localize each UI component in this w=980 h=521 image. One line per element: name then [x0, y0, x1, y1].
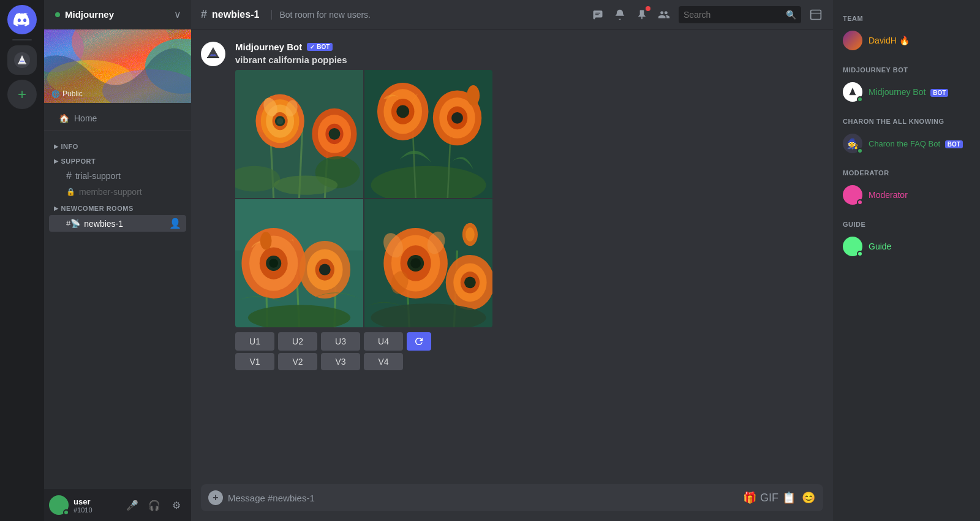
- discord-server-icon[interactable]: [7, 5, 37, 34]
- u2-button[interactable]: U2: [278, 332, 317, 351]
- server-public-label: 🌐 Public: [51, 89, 83, 98]
- guide-name: Guide: [869, 241, 891, 251]
- moderator-section-title: MODERATOR: [838, 164, 975, 179]
- svg-point-38: [396, 105, 409, 118]
- guide-member[interactable]: Guide: [838, 233, 975, 260]
- midjourney-bot-name: Midjourney Bot BOT: [869, 87, 948, 97]
- midjourney-bot-member[interactable]: Midjourney Bot BOT: [838, 78, 975, 105]
- search-bar[interactable]: 🔍: [679, 6, 801, 23]
- user-panel: user #1010 🎤 🎧 ⚙: [44, 489, 191, 521]
- channel-title: # newbies-1: [201, 8, 259, 21]
- bot-badge: ✓ BOT: [307, 43, 333, 51]
- guide-avatar: [843, 237, 862, 256]
- members-sidebar: TEAM DavidH 🔥 MIDJOURNEY BOT Midjourney …: [833, 0, 980, 521]
- server-dropdown-icon: ∨: [174, 9, 181, 20]
- deafen-button[interactable]: 🎧: [145, 495, 164, 515]
- threads-icon-button[interactable]: [590, 7, 605, 22]
- category-newcomer-rooms[interactable]: ▶ NEWCOMER ROOMS: [44, 200, 191, 215]
- team-member-davidh[interactable]: DavidH 🔥: [838, 27, 975, 54]
- channel-hash-icon: #: [66, 170, 72, 181]
- u1-button[interactable]: U1: [235, 332, 274, 351]
- channel-header: # newbies-1 Bot room for new users.: [191, 0, 833, 29]
- add-server-button[interactable]: +: [7, 80, 37, 109]
- svg-point-67: [410, 258, 421, 268]
- user-display-name: user: [74, 497, 118, 506]
- guide-section-title: GUIDE: [838, 216, 975, 230]
- image-cell-tl: [235, 70, 363, 198]
- members-icon-button[interactable]: [657, 7, 671, 22]
- image-cell-br: [364, 199, 492, 327]
- midjourney-bot-avatar: [843, 82, 862, 102]
- bot-username: Midjourney Bot: [235, 42, 302, 52]
- server-header[interactable]: Midjourney ∨: [44, 0, 191, 29]
- user-status-indicator: [63, 509, 69, 515]
- v4-button[interactable]: V4: [364, 353, 403, 370]
- category-arrow-info: ▶: [54, 143, 59, 150]
- svg-point-54: [260, 232, 272, 249]
- channel-newbies-1[interactable]: #📡 newbies-1 👤: [49, 215, 186, 232]
- channel-trial-support[interactable]: # trial-support: [49, 168, 186, 184]
- charon-bot-member[interactable]: 🧙 Charon the FAQ Bot BOT: [838, 130, 975, 157]
- svg-point-27: [329, 128, 341, 140]
- u4-button[interactable]: U4: [364, 332, 403, 351]
- search-input[interactable]: [684, 10, 782, 20]
- image-cell-bl: [235, 199, 363, 327]
- moderator-member[interactable]: Moderator: [838, 181, 975, 208]
- bot-avatar: [201, 42, 225, 66]
- message-text-input[interactable]: [228, 493, 737, 503]
- add-attachment-button[interactable]: +: [208, 490, 223, 505]
- emoji-icon-button[interactable]: 😊: [801, 490, 816, 505]
- gift-icon-button[interactable]: 🎁: [742, 490, 757, 505]
- svg-point-76: [464, 276, 476, 288]
- v1-button[interactable]: V1: [235, 353, 274, 370]
- category-support[interactable]: ▶ SUPPORT: [44, 153, 191, 167]
- bot-status-dot: [857, 96, 863, 102]
- channel-sidebar: Midjourney ∨: [44, 0, 191, 521]
- home-nav-item[interactable]: 🏠 Home: [49, 108, 186, 128]
- variation-buttons-row: V1 V2 V3 V4: [235, 353, 823, 370]
- midjourney-server-icon[interactable]: [7, 45, 37, 75]
- moderator-status-dot: [857, 199, 863, 205]
- main-chat-area: # newbies-1 Bot room for new users.: [191, 0, 833, 521]
- inbox-icon-button[interactable]: [809, 7, 823, 22]
- sticker-icon-button[interactable]: 📋: [782, 490, 796, 505]
- channel-member-support[interactable]: 🔒 member-support: [49, 184, 186, 199]
- home-icon: 🏠: [59, 113, 69, 123]
- bot-message: Midjourney Bot ✓ BOT vibrant california …: [201, 39, 823, 375]
- message-header: Midjourney Bot ✓ BOT: [235, 42, 823, 52]
- category-arrow-newcomer: ▶: [54, 205, 59, 211]
- channel-hash-symbol: #: [201, 8, 207, 21]
- upscale-buttons-row: U1 U2 U3 U4: [235, 332, 823, 351]
- server-banner: 🌐 Public: [44, 29, 191, 103]
- charon-status-dot: [857, 148, 863, 154]
- v2-button[interactable]: V2: [278, 353, 317, 370]
- search-icon: 🔍: [786, 10, 796, 20]
- message-prompt-text: vibrant california poppies: [235, 55, 823, 65]
- davidh-avatar: [843, 31, 862, 50]
- notifications-icon-button[interactable]: [612, 7, 627, 22]
- channel-lock-icon: 🔒: [66, 188, 75, 196]
- gif-icon-button[interactable]: GIF: [762, 490, 777, 505]
- svg-point-53: [269, 259, 278, 268]
- image-cell-tr: [364, 70, 492, 198]
- moderator-name: Moderator: [869, 190, 908, 200]
- svg-point-43: [467, 85, 480, 105]
- svg-rect-9: [811, 10, 821, 19]
- mute-button[interactable]: 🎤: [123, 495, 142, 515]
- chat-content: Midjourney Bot ✓ BOT vibrant california …: [191, 29, 833, 484]
- v3-button[interactable]: V3: [321, 353, 360, 370]
- refresh-button[interactable]: [407, 332, 431, 351]
- pinned-icon-button[interactable]: [635, 7, 649, 22]
- server-sidebar: +: [0, 0, 44, 521]
- team-section-title: TEAM: [838, 10, 975, 25]
- add-member-icon[interactable]: 👤: [169, 218, 181, 229]
- svg-point-30: [274, 175, 338, 194]
- settings-button[interactable]: ⚙: [167, 495, 186, 515]
- message-input-box: + 🎁 GIF 📋 😊: [201, 484, 823, 511]
- user-info: user #1010: [74, 497, 118, 514]
- generated-image-grid: [235, 70, 492, 327]
- svg-point-42: [451, 112, 463, 124]
- category-info[interactable]: ▶ INFO: [44, 138, 191, 153]
- u3-button[interactable]: U3: [321, 332, 360, 351]
- channel-description: Bot room for new users.: [271, 10, 371, 20]
